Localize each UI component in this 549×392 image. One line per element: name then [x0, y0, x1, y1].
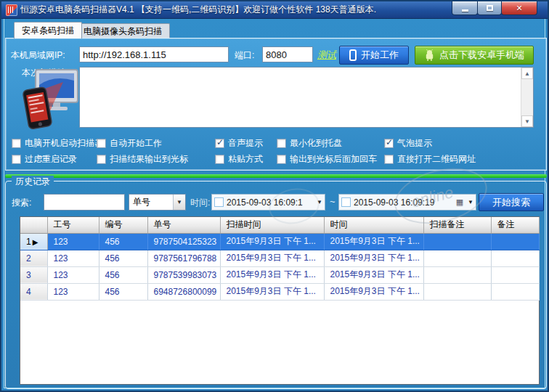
- col-time[interactable]: 时间: [324, 217, 423, 233]
- table-cell[interactable]: 6948726800099: [147, 283, 220, 300]
- col-code[interactable]: 编号: [99, 217, 147, 233]
- table-cell[interactable]: 456: [99, 266, 147, 283]
- titlebar[interactable]: 恒源安卓电脑条码扫描器V4.1 【支持一维码,二维码识别】欢迎订做个性软件 13…: [1, 1, 548, 19]
- table-cell[interactable]: 9787561796788: [147, 250, 220, 266]
- table-cell[interactable]: [423, 250, 491, 266]
- window-title: 恒源安卓电脑条码扫描器V4.1 【支持一维码,二维码识别】欢迎订做个性软件 13…: [20, 1, 376, 18]
- row-number[interactable]: 3: [20, 266, 47, 283]
- table-cell[interactable]: 123: [47, 266, 99, 283]
- col-scan-time[interactable]: 扫描时间: [220, 217, 324, 233]
- download-android-button[interactable]: 点击下载安卓手机端: [415, 46, 534, 65]
- table-header-row: 工号 编号 单号 扫描时间 时间 扫描备注 备注: [20, 217, 539, 233]
- option-output-to-cursor[interactable]: 扫描结果输出到光标: [97, 153, 188, 166]
- start-work-button[interactable]: 开始工作: [339, 46, 409, 65]
- table-cell[interactable]: 2015年9月3日 下午 1...: [324, 233, 423, 250]
- checkbox-icon: [12, 139, 21, 148]
- table-cell[interactable]: [491, 266, 539, 283]
- checkbox-icon: [384, 139, 394, 148]
- table-cell[interactable]: 123: [47, 250, 99, 266]
- option-balloon-tip[interactable]: 气泡提示: [384, 137, 432, 150]
- table-cell[interactable]: 2015年9月3日 下午 1...: [220, 250, 324, 266]
- table-cell[interactable]: 123: [47, 283, 99, 300]
- option-filter-restart-log[interactable]: 过虑重启记录: [12, 153, 77, 166]
- table-row[interactable]: 3 123 456 9787539983073 2015年9月3日 下午 1..…: [20, 266, 539, 283]
- col-rownum[interactable]: [20, 217, 47, 233]
- table-cell[interactable]: 9787539983073: [147, 266, 220, 283]
- android-icon: [424, 49, 435, 61]
- history-group-title: 历史记录: [12, 176, 54, 188]
- table-cell[interactable]: [491, 233, 539, 250]
- date-checkbox-icon[interactable]: [341, 197, 351, 207]
- table-cell[interactable]: 2015年9月3日 下午 1...: [324, 250, 423, 266]
- date-to-picker[interactable]: 2015-09-03 16:09:19 ▦ ▼: [338, 194, 476, 211]
- search-input[interactable]: [44, 194, 125, 211]
- calendar-icon: ▦: [456, 198, 463, 206]
- chevron-down-icon: ▼: [173, 195, 185, 210]
- checkbox-icon: [384, 155, 394, 164]
- date-checkbox-icon[interactable]: [214, 197, 224, 207]
- option-minimize-to-tray[interactable]: 最小化到托盘: [277, 137, 342, 150]
- port-input[interactable]: [262, 46, 313, 62]
- ip-label: 本机局域网IP:: [11, 49, 65, 62]
- checkbox-icon: [215, 155, 224, 164]
- option-sound-alert[interactable]: 音声提示: [215, 137, 263, 150]
- search-field-select[interactable]: 单号 ▼: [129, 194, 186, 211]
- checkbox-icon: [97, 155, 106, 164]
- option-paste-mode[interactable]: 粘贴方式: [215, 153, 263, 166]
- chevron-down-icon: ▼: [317, 199, 322, 205]
- table-cell[interactable]: 123: [47, 233, 99, 250]
- date-range-separator: ~: [330, 196, 336, 207]
- scroll-up-icon[interactable]: ▲: [521, 68, 533, 79]
- table-cell[interactable]: 2015年9月3日 下午 1...: [324, 266, 423, 283]
- row-number[interactable]: 1▶: [20, 233, 47, 250]
- col-worker-id[interactable]: 工号: [47, 217, 99, 233]
- android-scan-panel: 本机局域网IP: 端口: 测试 开始工作 点击下载安卓手机端 本次扫描结果: ▲: [5, 38, 547, 171]
- time-label: 时间:: [190, 197, 210, 209]
- option-auto-start-work[interactable]: 自动开始工作: [97, 137, 162, 150]
- progress-bar: [5, 174, 547, 178]
- start-search-button[interactable]: 开始搜索: [479, 193, 544, 211]
- col-note[interactable]: 备注: [491, 217, 539, 233]
- history-table-container[interactable]: 工号 编号 单号 扫描时间 时间 扫描备注 备注 1▶ 123 456 9787…: [20, 216, 540, 385]
- col-scan-note[interactable]: 扫描备注: [423, 217, 491, 233]
- option-autostart-on-boot[interactable]: 电脑开机启动扫描器: [12, 137, 103, 150]
- table-cell[interactable]: [491, 283, 539, 300]
- phone-computer-icon: [21, 69, 79, 131]
- table-cell[interactable]: 2015年9月3日 下午 1...: [220, 233, 324, 250]
- table-cell[interactable]: 2015年9月3日 下午 1...: [220, 266, 324, 283]
- close-button[interactable]: ✕: [501, 1, 537, 15]
- table-cell[interactable]: 2015年9月3日 下午 1...: [324, 283, 423, 300]
- tab-camera-scan[interactable]: 电脑摄像头条码扫描: [76, 23, 170, 38]
- maximize-button[interactable]: [477, 1, 502, 15]
- tab-android-scan[interactable]: 安卓条码扫描: [14, 22, 82, 38]
- table-cell[interactable]: 456: [99, 250, 147, 266]
- scroll-down-icon[interactable]: ▼: [521, 115, 533, 127]
- minimize-icon: [462, 9, 468, 12]
- row-number[interactable]: 2: [20, 250, 47, 266]
- table-cell[interactable]: 9787504125323: [147, 233, 220, 250]
- result-scrollbar[interactable]: ▲ ▼: [521, 68, 533, 127]
- table-cell[interactable]: [423, 233, 491, 250]
- ip-input[interactable]: [79, 46, 229, 62]
- date-from-picker[interactable]: 2015-09-03 16:09:1 ▼: [211, 194, 325, 211]
- option-open-qr-url[interactable]: 直接打开二维码网址: [384, 153, 476, 166]
- scan-result-textarea[interactable]: ▲ ▼: [79, 67, 534, 128]
- row-cursor-icon: ▶: [33, 238, 38, 246]
- history-table: 工号 编号 单号 扫描时间 时间 扫描备注 备注 1▶ 123 456 9787…: [20, 217, 540, 301]
- test-link[interactable]: 测试: [317, 49, 336, 62]
- table-row[interactable]: 2 123 456 9787561796788 2015年9月3日 下午 1..…: [20, 250, 539, 266]
- table-cell[interactable]: 456: [99, 283, 147, 300]
- row-number[interactable]: 4: [20, 283, 47, 300]
- option-append-enter[interactable]: 输出到光标后面加回车: [277, 153, 377, 166]
- checkbox-icon: [97, 139, 106, 148]
- table-cell[interactable]: [423, 283, 491, 300]
- table-row[interactable]: 1▶ 123 456 9787504125323 2015年9月3日 下午 1.…: [20, 233, 539, 250]
- checkbox-icon: [12, 155, 21, 164]
- minimize-button[interactable]: [452, 1, 478, 15]
- table-cell[interactable]: 456: [99, 233, 147, 250]
- table-cell[interactable]: [423, 266, 491, 283]
- table-cell[interactable]: 2015年9月3日 下午 1...: [220, 283, 324, 300]
- table-cell[interactable]: [491, 250, 539, 266]
- col-order-no[interactable]: 单号: [147, 217, 220, 233]
- table-row[interactable]: 4 123 456 6948726800099 2015年9月3日 下午 1..…: [20, 283, 539, 300]
